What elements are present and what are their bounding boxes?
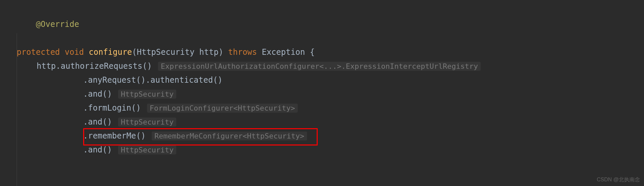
- annotation-override: @Override: [36, 20, 79, 29]
- inlay-hint-line8: RememberMeConfigurer<HttpSecurity>: [152, 132, 307, 140]
- keyword-throws: throws: [228, 47, 257, 57]
- and-call-1: .and(): [83, 89, 112, 99]
- open-paren: (: [132, 47, 137, 57]
- code-editor[interactable]: @Override protected void configure(HttpS…: [0, 0, 644, 157]
- param-type: HttpSecurity: [137, 47, 194, 57]
- inlay-hint-line3: ExpressionUrlAuthorizationConfigurer<...…: [158, 62, 481, 71]
- remember-me: .rememberMe(): [83, 131, 146, 140]
- close-paren: ): [219, 47, 223, 57]
- code-line-6[interactable]: .formLogin() FormLoginConfigurer<HttpSec…: [17, 101, 644, 115]
- any-request-authenticated: .anyRequest().authenticated(): [83, 75, 223, 85]
- http-authorize-requests: http.authorizeRequests(): [37, 61, 152, 71]
- and-call-3: .and(): [83, 145, 112, 154]
- code-line-4[interactable]: .anyRequest().authenticated(): [17, 73, 644, 87]
- keyword-protected: protected: [17, 47, 60, 57]
- inlay-hint-line9: HttpSecurity: [118, 145, 176, 154]
- code-line-8[interactable]: .rememberMe() RememberMeConfigurer<HttpS…: [17, 129, 644, 143]
- inlay-hint-line7: HttpSecurity: [118, 118, 176, 127]
- code-line-2[interactable]: protected void configure(HttpSecurity ht…: [17, 45, 644, 59]
- code-line-1[interactable]: @Override: [17, 3, 644, 45]
- exception-type: Exception: [262, 47, 305, 57]
- watermark-text: CSDN @北执南念: [597, 176, 640, 183]
- open-brace: {: [310, 47, 314, 57]
- method-configure: configure: [89, 47, 132, 57]
- param-name: http: [199, 47, 219, 57]
- form-login: .formLogin(): [83, 103, 141, 113]
- inlay-hint-line5: HttpSecurity: [118, 90, 176, 99]
- code-line-9[interactable]: .and() HttpSecurity: [17, 143, 644, 157]
- code-line-3[interactable]: http.authorizeRequests() ExpressionUrlAu…: [17, 59, 644, 73]
- inlay-hint-line6: FormLoginConfigurer<HttpSecurity>: [147, 104, 298, 113]
- and-call-2: .and(): [83, 117, 112, 127]
- keyword-void: void: [65, 47, 84, 57]
- code-line-7[interactable]: .and() HttpSecurity: [17, 115, 644, 129]
- code-line-5[interactable]: .and() HttpSecurity: [17, 87, 644, 101]
